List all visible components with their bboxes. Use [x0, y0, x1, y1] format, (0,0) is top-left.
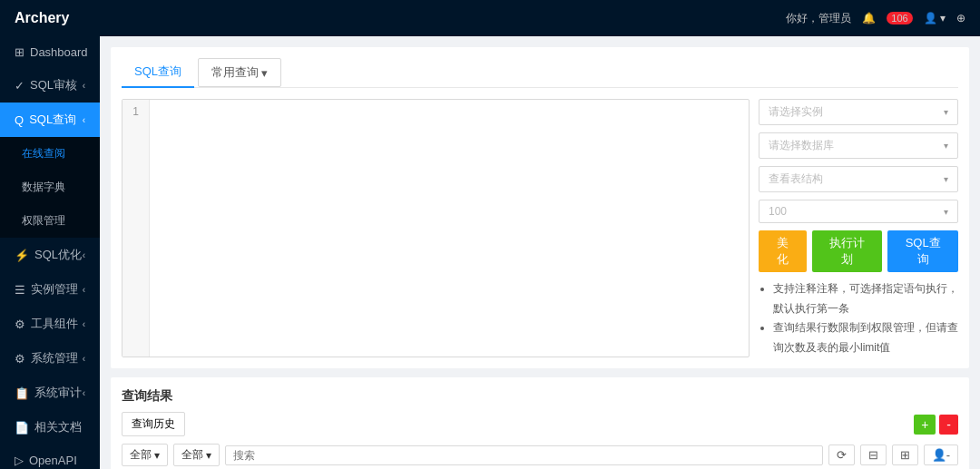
sidebar-item-label: SQL查询 [29, 112, 76, 128]
chevron-icon: ‹ [83, 319, 85, 329]
table-structure-select[interactable]: 查看表结构 ▾ [759, 166, 958, 192]
dropdown-arrow-icon: ▾ [261, 66, 268, 80]
notification-badge[interactable]: 106 [887, 12, 912, 24]
chevron-icon: ‹ [83, 115, 85, 125]
sql-input[interactable] [150, 100, 749, 268]
sidebar-item-label: 权限管理 [22, 213, 65, 229]
beautify-button[interactable]: 美化 [759, 230, 807, 272]
line-number-1: 1 [132, 105, 139, 118]
limit-value: 100 [769, 205, 787, 218]
sidebar-item-sql-optimize[interactable]: ⚡ SQL优化 ‹ [0, 238, 100, 272]
chevron-down-icon: ▾ [944, 107, 948, 117]
history-button[interactable]: 查询历史 [122, 412, 185, 436]
user-mgmt-button[interactable]: 👤- [924, 445, 958, 465]
sidebar-item-label: 在线查阅 [22, 146, 65, 161]
tab-common-query[interactable]: 常用查询 ▾ [198, 58, 281, 87]
tip-item-1: 支持注释注释，可选择指定语句执行，默认执行第一条 [773, 279, 958, 318]
optimize-icon: ⚡ [15, 249, 29, 262]
sidebar-item-permission[interactable]: 权限管理 [0, 204, 100, 238]
sidebar-item-system-audit[interactable]: 📋 系统审计 ‹ [0, 376, 100, 410]
sidebar-item-tools[interactable]: ⚙ 工具组件 ‹ [0, 307, 100, 341]
main-content: SQL查询 常用查询 ▾ 1 请选择实例 ▾ [100, 36, 980, 469]
tip-item-2: 查询结果行数限制到权限管理，但请查询次数及表的最小limit值 [773, 318, 958, 357]
search-input[interactable] [225, 445, 823, 465]
table-structure-placeholder: 查看表结构 [769, 171, 823, 187]
grid-button[interactable]: ⊞ [892, 445, 918, 465]
sidebar-item-label: 数据字典 [22, 180, 65, 195]
query-tabs: SQL查询 常用查询 ▾ [122, 58, 958, 88]
sidebar-item-system-mgmt[interactable]: ⚙ 系统管理 ‹ [0, 341, 100, 376]
database-placeholder: 请选择数据库 [769, 138, 834, 153]
history-bar: 查询历史 + - [122, 412, 958, 436]
chevron-icon: ‹ [83, 285, 85, 295]
sidebar-item-label: 实例管理 [31, 281, 78, 298]
results-card: 查询结果 查询历史 + - 全部 ▾ 全部 ▾ ⟳ ⊟ [111, 377, 969, 469]
sidebar-item-label: OpenAPI [29, 454, 77, 467]
docs-icon: 📄 [15, 421, 29, 435]
chevron-down-icon: ▾ [944, 174, 948, 184]
execute-button[interactable]: SQL查询 [887, 230, 958, 272]
chevron-icon: ‹ [83, 250, 85, 260]
sidebar-item-label: SQL优化 [34, 247, 82, 263]
chevron-down-icon: ▾ [944, 207, 948, 217]
chevron-icon: ‹ [83, 81, 85, 91]
instance-placeholder: 请选择实例 [769, 104, 823, 120]
filter-select-2[interactable]: 全部 ▾ [173, 444, 220, 466]
chevron-icon: ‹ [83, 388, 85, 398]
filter-select-1[interactable]: 全部 ▾ [122, 444, 168, 466]
sidebar-item-related-docs[interactable]: 📄 相关文档 [0, 410, 100, 445]
sidebar-item-online-query[interactable]: 在线查阅 [0, 137, 100, 171]
chevron-icon: ‹ [83, 354, 85, 364]
results-title: 查询结果 [122, 388, 958, 405]
header-right: 你好，管理员 🔔 106 👤 ▾ ⊕ [786, 11, 965, 26]
limit-select[interactable]: 100 ▾ [759, 200, 958, 223]
sidebar-item-label: SQL审核 [30, 77, 77, 93]
sidebar-item-instance-mgmt[interactable]: ☰ 实例管理 ‹ [0, 272, 100, 307]
sidebar-item-sql-query[interactable]: Q SQL查询 ‹ [0, 103, 100, 137]
app-logo: Archery [15, 10, 69, 26]
sidebar-item-label: 工具组件 [31, 316, 78, 332]
sidebar-item-dashboard[interactable]: ⊞ Dashboard [0, 36, 100, 68]
remove-button[interactable]: - [939, 415, 958, 435]
toolbar-row: 全部 ▾ 全部 ▾ ⟳ ⊟ ⊞ 👤- [122, 444, 958, 466]
greeting-text: 你好，管理员 [786, 11, 851, 26]
action-buttons: 美化 执行计划 SQL查询 [759, 230, 958, 272]
sidebar-item-sql-audit[interactable]: ✓ SQL审核 ‹ [0, 68, 100, 103]
system-icon: ⚙ [15, 352, 25, 366]
sql-editor[interactable]: 1 [122, 99, 750, 357]
header: Archery 你好，管理员 🔔 106 👤 ▾ ⊕ [0, 0, 980, 36]
editor-right-panel: 请选择实例 ▾ 请选择数据库 ▾ 查看表结构 ▾ 100 ▾ [759, 99, 958, 357]
instance-icon: ☰ [15, 283, 25, 297]
instance-select[interactable]: 请选择实例 ▾ [759, 99, 958, 125]
github-icon[interactable]: ⊕ [956, 12, 965, 24]
line-numbers: 1 [122, 100, 150, 357]
sidebar-item-label: 系统管理 [31, 350, 78, 366]
chevron-down-icon: ▾ [206, 449, 211, 462]
sidebar-submenu-query: 在线查阅 数据字典 权限管理 [0, 137, 100, 238]
openapi-icon: ▷ [15, 454, 24, 467]
sidebar-item-label: 相关文档 [34, 419, 82, 435]
dashboard-icon: ⊞ [15, 45, 24, 59]
sidebar-item-label: 系统审计 [34, 385, 82, 401]
tools-icon: ⚙ [15, 318, 25, 331]
layout-button[interactable]: ⊟ [860, 445, 887, 465]
database-select[interactable]: 请选择数据库 ▾ [759, 132, 958, 159]
tips-list: 支持注释注释，可选择指定语句执行，默认执行第一条 查询结果行数限制到权限管理，但… [759, 279, 958, 357]
query-icon: Q [15, 113, 24, 127]
editor-area: 1 请选择实例 ▾ 请选择数据库 ▾ 查看表结构 ▾ [122, 99, 958, 357]
sidebar: ⊞ Dashboard ✓ SQL审核 ‹ Q SQL查询 ‹ 在线查阅 数据字… [0, 36, 100, 469]
layout: ⊞ Dashboard ✓ SQL审核 ‹ Q SQL查询 ‹ 在线查阅 数据字… [0, 36, 980, 469]
tab-sql-query[interactable]: SQL查询 [122, 58, 194, 88]
refresh-button[interactable]: ⟳ [828, 445, 855, 465]
query-card: SQL查询 常用查询 ▾ 1 请选择实例 ▾ [111, 47, 969, 368]
bell-icon: 🔔 [862, 12, 876, 24]
explain-button[interactable]: 执行计划 [812, 230, 883, 272]
sidebar-item-label: Dashboard [30, 45, 88, 59]
user-icon[interactable]: 👤 ▾ [924, 12, 946, 24]
chevron-down-icon: ▾ [944, 141, 948, 151]
sidebar-item-openapi[interactable]: ▷ OpenAPI [0, 445, 100, 469]
system-audit-icon: 📋 [15, 386, 29, 400]
chevron-down-icon: ▾ [154, 449, 160, 462]
sidebar-item-data-dict[interactable]: 数据字典 [0, 171, 100, 204]
add-button[interactable]: + [914, 415, 936, 435]
